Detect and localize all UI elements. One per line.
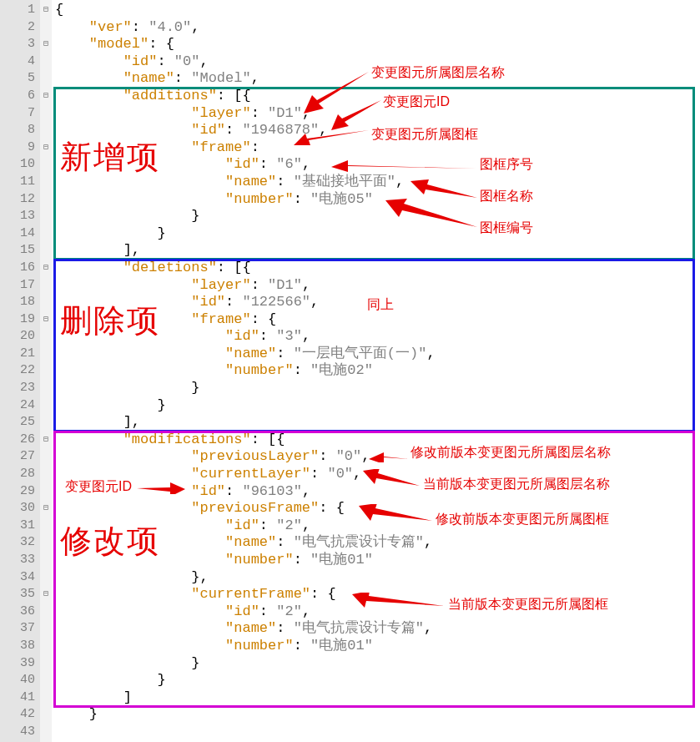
fold-column: ⊟⊟⊟⊟⊟⊟⊟⊟⊟ xyxy=(40,0,52,742)
code-line[interactable]: "frame": { xyxy=(55,311,700,329)
code-line[interactable]: } xyxy=(55,397,700,415)
fold-spacer xyxy=(40,277,52,295)
code-line[interactable]: "id": "0", xyxy=(55,53,700,71)
fold-spacer xyxy=(40,362,52,380)
line-number: 14 xyxy=(0,225,35,243)
line-number: 35 xyxy=(0,586,35,603)
fold-spacer xyxy=(40,174,52,191)
line-number: 8 xyxy=(0,122,35,139)
line-number: 25 xyxy=(0,414,35,432)
code-line[interactable]: ] xyxy=(55,689,700,707)
fold-toggle-icon[interactable]: ⊟ xyxy=(40,36,52,53)
code-line[interactable]: "previousFrame": { xyxy=(55,500,700,517)
code-line[interactable]: ], xyxy=(55,414,700,432)
line-number: 18 xyxy=(0,294,35,311)
code-line[interactable]: } xyxy=(55,672,700,689)
code-line[interactable]: "model": { xyxy=(55,36,700,53)
fold-spacer xyxy=(40,672,52,689)
code-line[interactable]: "name": "电气抗震设计专篇", xyxy=(55,620,700,638)
fold-spacer xyxy=(40,706,52,724)
code-line[interactable]: "name": "电气抗震设计专篇", xyxy=(55,534,700,552)
fold-spacer xyxy=(40,534,52,552)
code-line[interactable]: "number": "电施01" xyxy=(55,638,700,655)
code-line[interactable]: "deletions": [{ xyxy=(55,260,700,277)
code-line[interactable]: } xyxy=(55,655,700,673)
fold-toggle-icon[interactable]: ⊟ xyxy=(40,432,52,449)
line-number: 26 xyxy=(0,432,35,449)
fold-spacer xyxy=(40,620,52,638)
code-line[interactable]: } xyxy=(55,225,700,243)
line-number: 41 xyxy=(0,689,35,707)
fold-spacer xyxy=(40,380,52,397)
line-number: 13 xyxy=(0,208,35,225)
code-line[interactable]: "name": "基础接地平面", xyxy=(55,174,700,191)
fold-spacer xyxy=(40,105,52,123)
line-number: 1 xyxy=(0,2,35,19)
line-number: 5 xyxy=(0,70,35,88)
code-line[interactable]: "number": "电施02" xyxy=(55,362,700,380)
line-number-gutter: 1234567891011121314151617181920212223242… xyxy=(0,0,40,742)
code-line[interactable]: "name": "Model", xyxy=(55,70,700,88)
fold-toggle-icon[interactable]: ⊟ xyxy=(40,260,52,277)
code-line[interactable]: "layer": "D1", xyxy=(55,105,700,123)
line-number: 2 xyxy=(0,19,35,37)
fold-toggle-icon[interactable]: ⊟ xyxy=(40,500,52,517)
fold-toggle-icon[interactable]: ⊟ xyxy=(40,139,52,157)
code-line[interactable]: "id": "2", xyxy=(55,603,700,621)
fold-toggle-icon[interactable]: ⊟ xyxy=(40,311,52,329)
fold-spacer xyxy=(40,294,52,311)
line-number: 32 xyxy=(0,534,35,552)
line-number: 28 xyxy=(0,466,35,483)
code-line[interactable]: } xyxy=(55,380,700,397)
fold-toggle-icon[interactable]: ⊟ xyxy=(40,88,52,105)
line-number: 33 xyxy=(0,552,35,569)
code-line[interactable]: "id": "96103", xyxy=(55,483,700,501)
code-line[interactable] xyxy=(55,724,700,741)
code-area[interactable]: { "ver": "4.0", "model": { "id": "0", "n… xyxy=(52,2,700,741)
fold-spacer xyxy=(40,225,52,243)
line-number: 7 xyxy=(0,105,35,123)
fold-spacer xyxy=(40,191,52,209)
line-number: 36 xyxy=(0,603,35,621)
code-line[interactable]: "frame": xyxy=(55,139,700,157)
code-line[interactable]: "id": "122566", xyxy=(55,294,700,311)
code-line[interactable]: "layer": "D1", xyxy=(55,277,700,295)
line-number: 4 xyxy=(0,53,35,71)
code-line[interactable]: "ver": "4.0", xyxy=(55,19,700,37)
line-number: 29 xyxy=(0,483,35,501)
fold-spacer xyxy=(40,53,52,71)
line-number: 12 xyxy=(0,191,35,209)
line-number: 15 xyxy=(0,242,35,260)
code-line[interactable]: "additions": [{ xyxy=(55,88,700,105)
code-line[interactable]: "id": "6", xyxy=(55,156,700,174)
fold-spacer xyxy=(40,655,52,673)
code-line[interactable]: { xyxy=(55,2,700,19)
code-line[interactable]: } xyxy=(55,706,700,724)
fold-toggle-icon[interactable]: ⊟ xyxy=(40,586,52,603)
line-number: 24 xyxy=(0,397,35,415)
code-line[interactable]: "id": "2", xyxy=(55,517,700,535)
code-line[interactable]: }, xyxy=(55,569,700,587)
code-line[interactable]: "modifications": [{ xyxy=(55,432,700,449)
line-number: 16 xyxy=(0,260,35,277)
line-number: 27 xyxy=(0,448,35,466)
code-line[interactable]: "number": "电施01" xyxy=(55,552,700,569)
line-number: 3 xyxy=(0,36,35,53)
fold-toggle-icon[interactable]: ⊟ xyxy=(40,2,52,19)
line-number: 34 xyxy=(0,569,35,587)
fold-spacer xyxy=(40,19,52,37)
code-line[interactable]: "id": "1946878", xyxy=(55,122,700,139)
line-number: 30 xyxy=(0,500,35,517)
fold-spacer xyxy=(40,724,52,741)
code-line[interactable]: "currentFrame": { xyxy=(55,586,700,603)
fold-spacer xyxy=(40,156,52,174)
code-line[interactable]: "id": "3", xyxy=(55,328,700,346)
code-line[interactable]: "number": "电施05" xyxy=(55,191,700,209)
code-line[interactable]: "currentLayer": "0", xyxy=(55,466,700,483)
code-line[interactable]: } xyxy=(55,208,700,225)
line-number: 9 xyxy=(0,139,35,157)
code-line[interactable]: "name": "一层电气平面(一)", xyxy=(55,346,700,363)
code-line[interactable]: ], xyxy=(55,242,700,260)
code-line[interactable]: "previousLayer": "0", xyxy=(55,448,700,466)
line-number: 6 xyxy=(0,88,35,105)
